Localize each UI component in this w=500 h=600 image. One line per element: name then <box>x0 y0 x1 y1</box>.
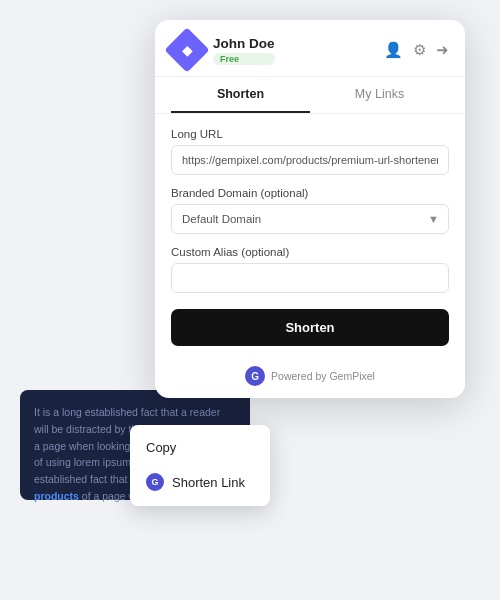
avatar-icon: ◆ <box>182 42 193 58</box>
tab-my-links[interactable]: My Links <box>310 77 449 113</box>
user-details: John Doe Free <box>213 36 275 65</box>
shorten-button[interactable]: Shorten <box>171 309 449 346</box>
powered-by-text: Powered by GemPixel <box>271 370 375 382</box>
user-info: ◆ John Doe Free <box>171 34 275 66</box>
branded-domain-wrapper: Default Domain ▼ <box>171 204 449 234</box>
long-url-input[interactable] <box>171 145 449 175</box>
user-badge: Free <box>213 53 275 65</box>
context-menu-shorten-link[interactable]: G Shorten Link <box>130 464 270 500</box>
card-footer: G Powered by GemPixel <box>155 358 465 398</box>
branded-domain-group: Branded Domain (optional) Default Domain… <box>171 187 449 234</box>
custom-alias-label: Custom Alias (optional) <box>171 246 449 258</box>
avatar: ◆ <box>164 27 209 72</box>
long-url-group: Long URL <box>171 128 449 175</box>
gempixel-small-icon: G <box>146 473 164 491</box>
main-popup-card: ◆ John Doe Free 👤 ⚙ ➜ Shorten My Links L… <box>155 20 465 398</box>
settings-icon[interactable]: ⚙ <box>413 41 426 59</box>
user-name: John Doe <box>213 36 275 51</box>
shorten-link-label: Shorten Link <box>172 475 245 490</box>
context-menu-copy[interactable]: Copy <box>130 431 270 464</box>
card-body: Long URL Branded Domain (optional) Defau… <box>155 114 465 358</box>
logout-icon[interactable]: ➜ <box>436 41 449 59</box>
tab-shorten[interactable]: Shorten <box>171 77 310 113</box>
custom-alias-group: Custom Alias (optional) <box>171 246 449 293</box>
long-url-label: Long URL <box>171 128 449 140</box>
branded-domain-label: Branded Domain (optional) <box>171 187 449 199</box>
context-menu: Copy G Shorten Link <box>130 425 270 506</box>
branded-domain-select[interactable]: Default Domain <box>171 204 449 234</box>
card-header: ◆ John Doe Free 👤 ⚙ ➜ <box>155 20 465 77</box>
gempixel-footer-icon: G <box>245 366 265 386</box>
highlight-text: products <box>34 490 79 502</box>
copy-label: Copy <box>146 440 176 455</box>
custom-alias-input[interactable] <box>171 263 449 293</box>
header-icons: 👤 ⚙ ➜ <box>384 41 449 59</box>
tabs: Shorten My Links <box>155 77 465 114</box>
profile-icon[interactable]: 👤 <box>384 41 403 59</box>
